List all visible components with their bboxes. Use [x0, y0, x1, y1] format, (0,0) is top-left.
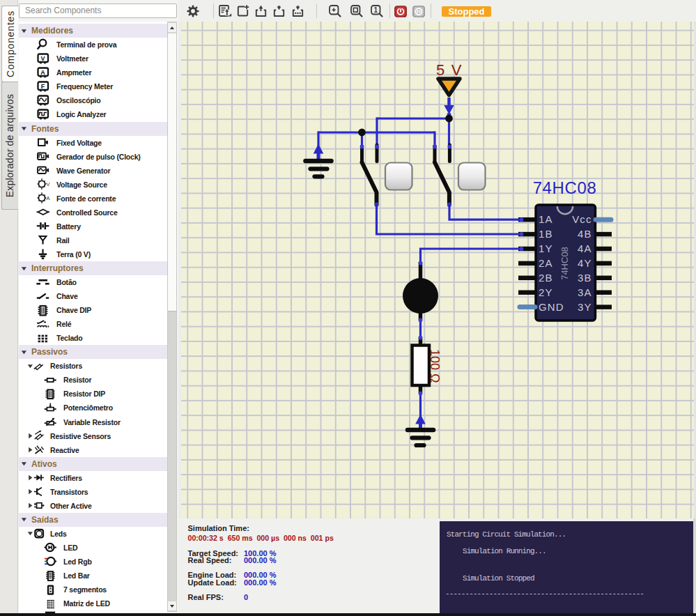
svg-text:1: 1 — [374, 6, 378, 14]
svg-text:1A: 1A — [539, 213, 553, 225]
svg-text:1B: 1B — [539, 228, 553, 240]
svg-text:2Y: 2Y — [539, 286, 553, 298]
svg-text:2A: 2A — [539, 257, 553, 269]
svg-text:3A: 3A — [578, 286, 592, 298]
svg-text:A: A — [40, 69, 45, 76]
svg-text:Vcc: Vcc — [572, 213, 591, 225]
svg-text:3Y: 3Y — [578, 301, 592, 313]
svg-text:V: V — [41, 55, 45, 62]
svg-text:2B: 2B — [539, 272, 553, 284]
svg-text:74HC08: 74HC08 — [533, 178, 597, 197]
svg-text:F: F — [41, 83, 45, 90]
svg-text:74HC08: 74HC08 — [559, 247, 570, 280]
svg-text:3B: 3B — [578, 272, 592, 284]
svg-text:1Y: 1Y — [539, 242, 553, 254]
svg-text:5: 5 — [436, 61, 444, 79]
svg-text:V: V — [46, 182, 49, 188]
svg-text:4Y: 4Y — [578, 257, 592, 269]
svg-text:GND: GND — [539, 301, 564, 313]
svg-text:V: V — [451, 61, 462, 79]
svg-text:4B: 4B — [578, 228, 592, 240]
svg-text:4A: 4A — [578, 242, 592, 254]
svg-text:100 Ω: 100 Ω — [428, 349, 442, 383]
svg-text:A: A — [46, 196, 49, 202]
